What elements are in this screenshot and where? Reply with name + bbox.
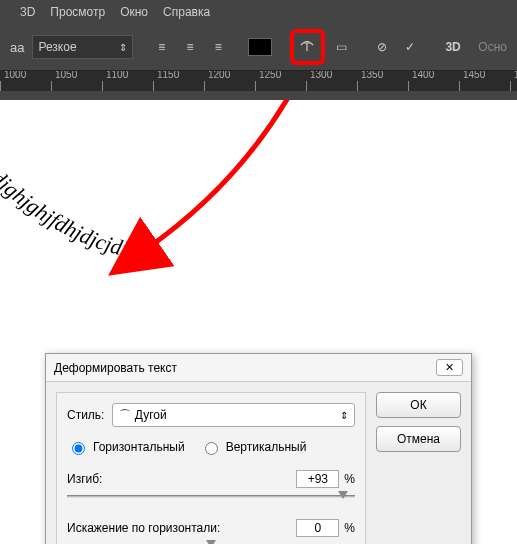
ruler-tick: 1450 (463, 71, 485, 80)
radio-vertical[interactable] (205, 442, 218, 455)
menu-bar: 3D Просмотр Окно Справка (0, 0, 517, 24)
options-bar: aa Резкое ⇕ ≡ ≡ ≡ ▭ ⊘ ✓ 3D Осно (0, 24, 517, 71)
antialias-value: Резкое (38, 40, 76, 54)
arc-icon: ⌒ (119, 408, 131, 422)
bend-slider[interactable] (67, 491, 355, 501)
menu-3d[interactable]: 3D (20, 5, 35, 19)
hdist-slider[interactable] (67, 540, 355, 544)
menu-help[interactable]: Справка (163, 5, 210, 19)
menu-window[interactable]: Окно (120, 5, 148, 19)
ruler-tick: 1250 (259, 71, 281, 80)
hdist-input[interactable]: 0 (296, 519, 339, 537)
ruler-tick: 1200 (208, 71, 230, 80)
menu-view[interactable]: Просмотр (50, 5, 105, 19)
close-button[interactable]: ✕ (436, 359, 463, 376)
align-right-icon[interactable]: ≡ (208, 36, 229, 58)
warp-text-icon (299, 40, 315, 54)
style-label: Стиль: (67, 408, 104, 422)
orientation-vertical[interactable]: Вертикальный (200, 439, 307, 455)
ok-button[interactable]: ОК (376, 392, 461, 418)
warp-text-button[interactable] (290, 29, 325, 65)
chevron-down-icon: ⇕ (119, 42, 127, 53)
align-center-icon[interactable]: ≡ (179, 36, 200, 58)
commit-icon[interactable]: ✓ (399, 36, 420, 58)
pct-label: % (344, 472, 355, 486)
extra-label: Осно (478, 40, 507, 54)
ruler-tick: 1150 (157, 71, 179, 80)
cancel-button[interactable]: Отмена (376, 426, 461, 452)
text-color-swatch[interactable] (248, 36, 272, 58)
ruler-tick: 1050 (55, 71, 77, 80)
style-value: Дугой (135, 408, 167, 422)
ruler-tick: 1300 (310, 71, 332, 80)
bend-label: Изгиб: (67, 472, 102, 486)
pct-label: % (344, 521, 355, 535)
cancel-icon[interactable]: ⊘ (371, 36, 392, 58)
hdist-label: Искажение по горизонтали: (67, 521, 220, 535)
ruler-tick: 1000 (4, 71, 26, 80)
dialog-title: Деформировать текст (54, 361, 177, 375)
warp-text-dialog: Деформировать текст ✕ Стиль: ⌒ Дугой ⇕ Г… (45, 353, 472, 544)
panel-icon[interactable]: ▭ (331, 36, 352, 58)
style-dropdown[interactable]: ⌒ Дугой ⇕ (112, 403, 355, 427)
radio-horizontal[interactable] (72, 442, 85, 455)
threeD-button[interactable]: 3D (440, 36, 467, 58)
ruler-tick: 1400 (412, 71, 434, 80)
orientation-horizontal[interactable]: Горизонтальный (67, 439, 185, 455)
canvas[interactable]: djghjghjfdhjdjcjdijdjh Деформировать тек… (0, 100, 517, 544)
antialias-label: aa (10, 40, 24, 55)
arc-text-path: djghjghjfdhjdjcjdijdjh (0, 165, 161, 265)
ruler-tick: 1350 (361, 71, 383, 80)
antialias-dropdown[interactable]: Резкое ⇕ (32, 35, 133, 59)
bend-input[interactable]: +93 (296, 470, 339, 488)
chevron-down-icon: ⇕ (340, 410, 348, 421)
align-left-icon[interactable]: ≡ (151, 36, 172, 58)
ruler-tick: 1100 (106, 71, 128, 80)
ruler: 1000 1050 1100 1150 1200 1250 1300 1350 … (0, 71, 517, 91)
